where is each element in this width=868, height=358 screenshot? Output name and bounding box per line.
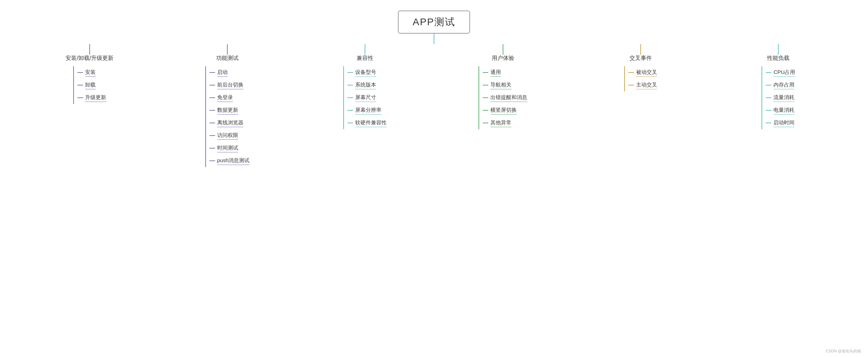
item-text: 软硬件兼容性 [355, 119, 387, 127]
item-text: CPU占用 [773, 68, 795, 77]
list-item: 数据更新 [209, 106, 250, 115]
root-node: APP测试 [14, 11, 854, 34]
compat-label: 兼容性 [357, 55, 373, 62]
item-h-connector [209, 110, 215, 111]
item-h-connector [209, 160, 215, 161]
list-item: 升级更新 [77, 94, 106, 102]
watermark: CSDN @老街头的猫 [826, 349, 861, 354]
item-text: 升级更新 [85, 94, 106, 102]
list-item: 通用 [483, 68, 527, 77]
item-text: push消息测试 [217, 157, 250, 165]
item-h-connector [209, 123, 215, 123]
list-item: 主动交叉 [628, 81, 657, 89]
list-item: 时间测试 [209, 144, 250, 152]
ux-label: 用户体验 [492, 55, 514, 62]
item-h-connector [766, 85, 771, 85]
install-items-list: 安装卸载升级更新 [77, 66, 106, 104]
item-text: 流量消耗 [773, 94, 794, 102]
item-text: 出错提醒和消息 [490, 94, 527, 102]
item-h-connector [347, 110, 353, 111]
perf-label: 性能负载 [767, 55, 790, 62]
item-h-connector [628, 85, 634, 85]
list-item: 其他异常 [483, 119, 527, 127]
item-h-connector [347, 123, 353, 123]
item-text: 屏幕分辨率 [355, 106, 381, 115]
list-item: 被动交叉 [628, 68, 657, 77]
item-h-connector [766, 123, 771, 123]
item-h-connector [209, 72, 215, 73]
column-func: 功能测试 启动前后台切换免登录数据更新离线浏览器访问权限时间测试push消息测试 [158, 44, 296, 167]
root-box: APP测试 [398, 11, 470, 34]
item-h-connector [209, 135, 215, 136]
item-text: 免登录 [217, 94, 233, 102]
list-item: 启动 [209, 68, 250, 77]
func-left-bar [205, 66, 206, 167]
perf-left-bar [762, 66, 762, 129]
list-item: CPU占用 [766, 68, 795, 77]
list-item: 横竖屏切换 [483, 106, 527, 115]
columns-wrapper: 安装/卸载/升级更新 安装卸载升级更新 功能测试 启动前后台切换免登录数据更新离… [21, 44, 847, 167]
ux-left-bar [478, 66, 479, 129]
item-h-connector [77, 97, 83, 98]
compat-items-list: 设备型号系统版本屏幕尺寸屏幕分辨率软硬件兼容性 [347, 66, 387, 129]
column-install: 安装/卸载/升级更新 安装卸载升级更新 [21, 44, 158, 104]
compat-items-bar: 设备型号系统版本屏幕尺寸屏幕分辨率软硬件兼容性 [343, 66, 387, 129]
item-h-connector [209, 85, 215, 85]
list-item: 前后台切换 [209, 81, 250, 89]
install-top-connector [89, 44, 90, 55]
column-ux: 用户体验 通用导航相关出错提醒和消息横竖屏切换其他异常 [434, 44, 572, 129]
item-text: 离线浏览器 [217, 119, 243, 127]
item-text: 时间测试 [217, 144, 238, 152]
install-left-bar [73, 66, 74, 104]
list-item: 卸载 [77, 81, 106, 89]
cross-top-connector [640, 44, 641, 55]
item-h-connector [347, 85, 353, 85]
perf-top-connector [778, 44, 779, 55]
item-text: 主动交叉 [636, 81, 657, 89]
ux-top-connector [503, 44, 503, 55]
item-h-connector [766, 97, 771, 98]
item-h-connector [347, 97, 353, 98]
columns-section: 安装/卸载/升级更新 安装卸载升级更新 功能测试 启动前后台切换免登录数据更新离… [14, 44, 854, 167]
cross-label: 交叉事件 [629, 55, 652, 62]
cross-items-list: 被动交叉主动交叉 [628, 66, 657, 91]
item-h-connector [483, 97, 488, 98]
install-label: 安装/卸载/升级更新 [66, 55, 113, 62]
compat-top-connector [365, 44, 365, 55]
item-text: 屏幕尺寸 [355, 94, 376, 102]
item-h-connector [483, 72, 488, 73]
cross-items-bar: 被动交叉主动交叉 [624, 66, 657, 91]
item-text: 数据更新 [217, 106, 238, 115]
item-text: 安装 [85, 68, 96, 77]
column-compat: 兼容性 设备型号系统版本屏幕尺寸屏幕分辨率软硬件兼容性 [296, 44, 434, 129]
item-text: 被动交叉 [636, 68, 657, 77]
item-text: 启动 [217, 68, 228, 77]
list-item: 安装 [77, 68, 106, 77]
list-item: 屏幕分辨率 [347, 106, 387, 115]
item-h-connector [766, 72, 771, 73]
item-h-connector [766, 110, 771, 111]
item-text: 其他异常 [490, 119, 511, 127]
list-item: 电量消耗 [766, 106, 795, 115]
item-text: 系统版本 [355, 81, 376, 89]
column-cross: 交叉事件 被动交叉主动交叉 [572, 44, 709, 91]
item-text: 横竖屏切换 [490, 106, 517, 115]
ux-items-list: 通用导航相关出错提醒和消息横竖屏切换其他异常 [483, 66, 527, 129]
item-h-connector [77, 85, 83, 85]
item-h-connector [483, 85, 488, 85]
item-text: 导航相关 [490, 81, 511, 89]
list-item: 访问权限 [209, 131, 250, 140]
func-items-list: 启动前后台切换免登录数据更新离线浏览器访问权限时间测试push消息测试 [209, 66, 250, 167]
item-h-connector [483, 123, 488, 123]
cross-left-bar [624, 66, 625, 91]
item-h-connector [347, 72, 353, 73]
compat-left-bar [343, 66, 344, 129]
item-text: 启动时间 [773, 119, 794, 127]
list-item: 屏幕尺寸 [347, 94, 387, 102]
item-text: 卸载 [85, 81, 96, 89]
item-h-connector [628, 72, 634, 73]
list-item: 出错提醒和消息 [483, 94, 527, 102]
list-item: 启动时间 [766, 119, 795, 127]
item-text: 访问权限 [217, 131, 238, 140]
root-line [434, 34, 434, 44]
